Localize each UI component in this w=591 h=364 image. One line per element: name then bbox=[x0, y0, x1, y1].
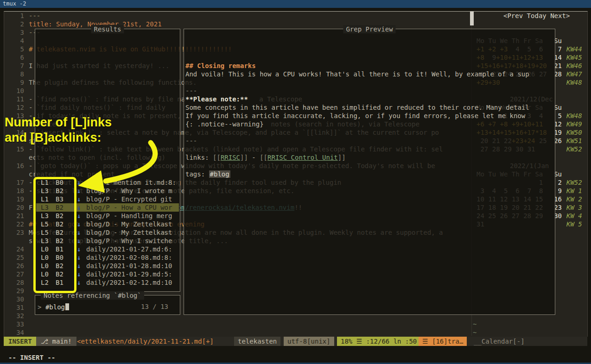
editor-text: --- bbox=[29, 12, 40, 20]
result-note-title: blog/P - Why I wrote m bbox=[86, 187, 178, 195]
annotation-highlight-box bbox=[33, 177, 76, 293]
line-number: 1 bbox=[0, 12, 24, 20]
down-arrow-icon: ↓ bbox=[77, 253, 81, 262]
down-arrow-icon: ↓ bbox=[77, 212, 81, 220]
tmux-title-text: tmux -2 bbox=[3, 0, 26, 7]
calendar-week-number: KW46 bbox=[566, 62, 582, 70]
line-number: 26 bbox=[0, 262, 24, 270]
result-note-title: daily/2021-02-12.md:10 bbox=[86, 278, 178, 287]
result-note-title: daily/2021-01-28.md:10 bbox=[86, 262, 178, 270]
line-number: 23 bbox=[0, 228, 24, 237]
result-note-title: blog/D - My Zettelkast bbox=[86, 228, 178, 237]
filename-segment: <ettelkasten/daily/2021-11-21.md[+] bbox=[74, 337, 216, 346]
match-count: 13 / 13 bbox=[141, 303, 168, 310]
scroll-indicator bbox=[470, 12, 474, 25]
calendar-week-number: KW52 bbox=[566, 178, 582, 187]
line-number: 10 bbox=[0, 87, 24, 95]
down-arrow-icon: ↓ bbox=[77, 203, 81, 212]
down-arrow-icon: ↓ bbox=[77, 228, 81, 237]
grep-preview-window: Grep Preview bbox=[184, 29, 555, 315]
line-number: 29 bbox=[0, 287, 24, 295]
line-number: 2 bbox=[0, 20, 24, 28]
tmux-titlebar: tmux -2 bbox=[0, 0, 591, 8]
calendar-week-number: KW45 bbox=[566, 53, 582, 62]
search-prompt[interactable]: > #blog bbox=[38, 303, 69, 311]
result-note-title: daily/2021-01-27.md:6: bbox=[86, 245, 178, 253]
calendar-week-number: KW51 bbox=[566, 137, 582, 145]
mode-message: -- INSERT -- bbox=[8, 353, 55, 362]
line-number: 28 bbox=[0, 278, 24, 287]
calendar-row: ~ bbox=[0, 328, 591, 337]
calendar-row: ~ bbox=[0, 320, 591, 328]
calendar-week-number: KW48 bbox=[566, 112, 582, 120]
mode-indicator: INSERT bbox=[4, 337, 37, 346]
result-note-title: blog/P - Why I switche bbox=[86, 237, 178, 245]
editor-line: 2title: Sunday, November 21st, 2021 bbox=[0, 20, 591, 28]
line-number: 31 bbox=[0, 303, 24, 312]
calendar-week-number: KW44 bbox=[566, 45, 582, 53]
calendar-prev-button[interactable]: <Prev bbox=[503, 12, 523, 19]
calendar-week-number: KW 3 bbox=[566, 203, 582, 212]
down-arrow-icon: ↓ bbox=[77, 270, 81, 278]
calendar-today-button[interactable]: Today bbox=[527, 12, 547, 19]
calendar-week-number: KW48 bbox=[566, 78, 582, 87]
tabs-segment: ☰ [16]tra… bbox=[419, 337, 467, 346]
down-arrow-icon: ↓ bbox=[77, 195, 81, 203]
calendar-next-button[interactable]: Next> bbox=[550, 12, 570, 19]
result-note-title: ... i mention it.md:8: bbox=[86, 178, 178, 187]
down-arrow-icon: ↓ bbox=[77, 187, 81, 195]
line-number: 25 bbox=[0, 253, 24, 262]
annotation-caption: Number of [L]inks and [B]acklinks: bbox=[5, 115, 112, 145]
empty-line-tilde: ~ bbox=[473, 328, 477, 337]
calendar-week-number: KW 2 bbox=[566, 195, 582, 203]
result-note-title: blog/P - Encrypted git bbox=[86, 195, 178, 203]
calendar-window-status: __Calendar[-] bbox=[474, 337, 525, 346]
encoding-segment: utf-8[unix] bbox=[284, 337, 334, 346]
grep-preview-title: Grep Preview bbox=[343, 25, 395, 33]
line-number: 27 bbox=[0, 270, 24, 278]
result-note-title: blog/P - Handling merg bbox=[86, 212, 178, 220]
search-input[interactable]: #blog bbox=[45, 303, 65, 311]
calendar-week-number: KW50 bbox=[566, 128, 582, 137]
result-note-title: daily/2021-01-29.md:5: bbox=[86, 270, 178, 278]
down-arrow-icon: ↓ bbox=[77, 278, 81, 287]
editor-line: 1--- bbox=[0, 12, 591, 20]
calendar-week-number: KW49 bbox=[566, 120, 582, 128]
annotation-line-1: Number of [L]inks bbox=[5, 115, 112, 130]
down-arrow-icon: ↓ bbox=[77, 220, 81, 228]
down-arrow-icon: ↓ bbox=[77, 237, 81, 245]
line-number: 24 bbox=[0, 245, 24, 253]
result-note-title: blog/P - How a CPU wor bbox=[86, 203, 178, 212]
calendar-nav: <Prev Today Next> bbox=[503, 12, 570, 20]
calendar-week-number: KW 1 bbox=[566, 187, 582, 195]
calendar-week-number: KW 4 bbox=[566, 212, 582, 220]
calendar-week-number: KW52 bbox=[566, 145, 582, 153]
line-number: 30 bbox=[0, 295, 24, 303]
down-arrow-icon: ↓ bbox=[77, 178, 81, 187]
result-note-title: daily/2021-02-08.md:8: bbox=[86, 253, 178, 262]
line-number: 3 bbox=[0, 28, 24, 37]
empty-line-tilde: ~ bbox=[473, 320, 477, 328]
plugin-segment: telekasten bbox=[234, 337, 280, 346]
results-window-title: Results bbox=[91, 25, 124, 33]
position-segment: 18% ☰ :12/66 ln :50 bbox=[337, 337, 420, 346]
prompt-window: Notes referencing `#blog` > #blog 13 / 1… bbox=[35, 295, 180, 315]
annotation-line-2: and [B]acklinks: bbox=[5, 130, 112, 145]
calendar-week-number: KW47 bbox=[566, 70, 582, 78]
calendar-week-number: KW 5 bbox=[566, 220, 582, 228]
text-cursor bbox=[65, 303, 69, 310]
line-number: 32 bbox=[0, 312, 24, 320]
result-note-title: blog/D - My Zettelkast bbox=[86, 220, 178, 228]
git-branch-segment: ⎇ main! bbox=[36, 337, 76, 346]
down-arrow-icon: ↓ bbox=[77, 262, 81, 270]
down-arrow-icon: ↓ bbox=[77, 245, 81, 253]
